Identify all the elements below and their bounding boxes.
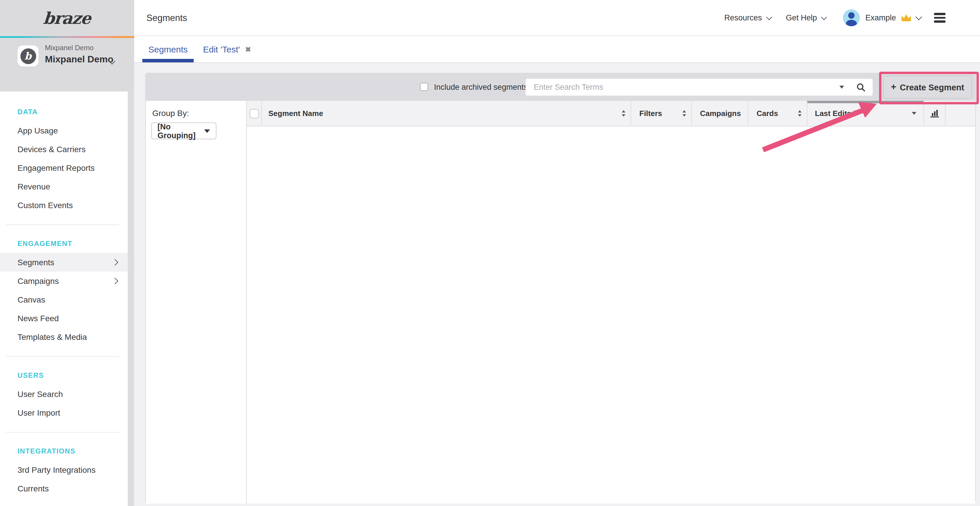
group-by-label: Group By:	[152, 108, 189, 118]
search-dropdown-caret-icon[interactable]	[839, 86, 844, 89]
avatar-person-icon	[846, 20, 857, 26]
nav-section-data: DATA	[0, 103, 128, 121]
page: braze b Mixpanel Demo Mixpanel Demo DATA…	[0, 0, 980, 506]
sidebar-item-engagement-reports[interactable]: Engagement Reports	[0, 159, 128, 177]
sidebar-item-user-import[interactable]: User Import	[0, 403, 128, 422]
column-label: Segment Name	[268, 109, 323, 118]
chevron-down-icon[interactable]	[916, 14, 922, 21]
sort-desc-icon[interactable]	[912, 112, 916, 115]
column-blank	[946, 101, 975, 126]
sorted-column-indicator	[807, 101, 923, 103]
nav-divider	[6, 224, 119, 225]
braze-logo: braze	[43, 8, 92, 28]
column-segment-name[interactable]: Segment Name	[262, 101, 631, 126]
logo-row: braze	[0, 0, 134, 36]
header-right: Resources Get Help Example	[724, 10, 946, 26]
search-input[interactable]	[526, 79, 873, 95]
sidebar: braze b Mixpanel Demo Mixpanel Demo DATA…	[0, 0, 134, 506]
sidebar-item-templates-media[interactable]: Templates & Media	[0, 328, 128, 346]
bar-chart-icon	[929, 109, 939, 118]
sidebar-scrollbar[interactable]	[128, 92, 134, 506]
sidebar-item-news-feed[interactable]: News Feed	[0, 309, 128, 328]
tab-label: Edit 'Test'	[203, 44, 240, 54]
column-last-edited[interactable]: Last Edited	[807, 101, 924, 126]
nav-section-users: USERS	[0, 366, 128, 385]
column-cards[interactable]: Cards	[748, 101, 807, 126]
group-by-panel: Group By: [No Grouping]	[146, 101, 247, 504]
nav-divider	[6, 432, 119, 433]
sidebar-item-canvas[interactable]: Canvas	[0, 290, 128, 309]
select-caret-icon	[204, 129, 210, 133]
close-icon[interactable]: ✖	[245, 45, 251, 53]
sidebar-nav: DATA App Usage Devices & Carriers Engage…	[0, 92, 128, 506]
sidebar-item-user-search[interactable]: User Search	[0, 385, 128, 403]
get-help-menu[interactable]: Get Help	[786, 13, 826, 22]
main-area: Segments Resources Get Help Example	[134, 0, 980, 506]
segments-panel: Include archived segments + Create Segme…	[145, 73, 976, 503]
user-name: Example	[865, 13, 896, 22]
sidebar-item-devices-carriers[interactable]: Devices & Carriers	[0, 140, 128, 159]
sort-icon[interactable]	[682, 111, 686, 117]
include-archived-label: Include archived segments	[434, 73, 528, 101]
sidebar-item-campaigns[interactable]: Campaigns	[0, 272, 128, 290]
chevron-right-icon	[112, 259, 118, 266]
workspace-switcher[interactable]: b Mixpanel Demo Mixpanel Demo	[0, 38, 134, 92]
column-label: Filters	[640, 109, 662, 118]
workspace-name: Mixpanel Demo	[45, 54, 113, 65]
tab-segments[interactable]: Segments	[142, 44, 194, 54]
sidebar-item-app-usage[interactable]: App Usage	[0, 121, 128, 140]
resources-label: Resources	[724, 13, 762, 22]
nav-section-integrations: INTEGRATIONS	[0, 442, 128, 460]
workspace-company: Mixpanel Demo	[45, 44, 94, 52]
include-archived-checkbox[interactable]	[420, 83, 428, 91]
sidebar-item-3rd-party-integrations[interactable]: 3rd Party Integrations	[0, 460, 128, 479]
group-by-select[interactable]: [No Grouping]	[151, 122, 216, 139]
chevron-right-icon	[112, 278, 118, 284]
sidebar-item-label: Segments	[18, 258, 54, 267]
crown-icon	[900, 13, 912, 22]
sidebar-item-currents[interactable]: Currents	[0, 479, 128, 498]
avatar-person-icon	[848, 12, 855, 19]
sidebar-item-segments[interactable]: Segments	[0, 253, 128, 272]
workspace-app-icon: b	[18, 46, 38, 67]
column-label: Last Edited	[815, 109, 856, 118]
column-label: Cards	[757, 109, 778, 118]
tab-bar: Segments Edit 'Test' ✖	[134, 36, 980, 63]
sidebar-item-revenue[interactable]: Revenue	[0, 177, 128, 196]
chevron-down-icon	[821, 14, 827, 20]
header-checkbox-cell	[247, 101, 262, 126]
segments-table: Segment Name Filters Campaigns Cards	[247, 101, 975, 504]
search-box	[526, 79, 873, 95]
segments-toolbar: Include archived segments + Create Segme…	[146, 73, 975, 101]
sidebar-item-label: Campaigns	[18, 276, 59, 286]
select-all-checkbox[interactable]	[250, 109, 259, 118]
top-header: Segments Resources Get Help Example	[134, 0, 980, 36]
column-label: Campaigns	[700, 109, 741, 118]
hamburger-menu-icon[interactable]	[934, 13, 946, 23]
plus-icon: +	[891, 82, 896, 92]
create-segment-label: Create Segment	[900, 82, 964, 92]
sort-icon[interactable]	[622, 111, 625, 117]
column-campaigns[interactable]: Campaigns	[692, 101, 748, 126]
search-icon[interactable]	[856, 83, 865, 92]
chevron-down-icon	[766, 14, 772, 20]
active-tab-indicator	[142, 59, 194, 62]
table-body-empty	[247, 127, 975, 504]
tab-edit-test[interactable]: Edit 'Test' ✖	[203, 44, 251, 54]
nav-divider	[6, 356, 119, 357]
group-by-value: [No Grouping]	[158, 122, 204, 140]
get-help-label: Get Help	[786, 13, 817, 22]
mixpanel-logo-icon: b	[20, 48, 36, 64]
column-analytics[interactable]	[924, 101, 946, 126]
resources-menu[interactable]: Resources	[724, 13, 771, 22]
segments-body: Group By: [No Grouping] Segment Name	[146, 101, 975, 504]
page-title: Segments	[146, 13, 187, 23]
sidebar-item-custom-events[interactable]: Custom Events	[0, 196, 128, 214]
nav-section-engagement: ENGAGEMENT	[0, 234, 128, 253]
create-segment-button[interactable]: + Create Segment	[883, 76, 972, 98]
column-filters[interactable]: Filters	[631, 101, 692, 126]
table-header-row: Segment Name Filters Campaigns Cards	[247, 101, 975, 127]
user-avatar[interactable]	[843, 10, 860, 26]
sort-icon[interactable]	[798, 111, 802, 117]
